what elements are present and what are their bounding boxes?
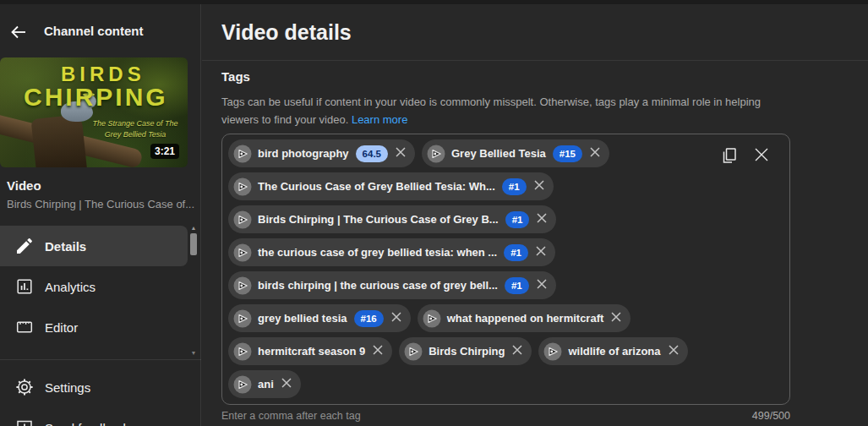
sidebar-header: Channel content	[0, 19, 201, 46]
editor-icon	[14, 317, 35, 337]
video-section-label: Video	[7, 178, 41, 193]
vidiq-rank-icon	[233, 342, 252, 361]
char-counter: 499/500	[752, 410, 790, 422]
remove-tag-button[interactable]	[535, 213, 549, 227]
learn-more-link[interactable]: Learn more	[352, 113, 407, 126]
tag-chip: Birds Chirping | The Curious Case of Gre…	[228, 205, 556, 233]
sidebar-item-label: Settings	[45, 380, 90, 395]
close-icon	[610, 311, 622, 325]
thumbnail-title-line2: CHIRPING	[24, 83, 168, 112]
close-icon	[536, 212, 548, 227]
tags-description: Tags can be useful if content in your vi…	[221, 93, 786, 128]
sidebar-item-analytics[interactable]: Analytics	[0, 266, 188, 307]
remove-tag-button[interactable]	[532, 180, 546, 194]
tag-rank-badge: #1	[505, 211, 530, 228]
video-thumbnail[interactable]: BIRDS CHIRPING The Strange Case of The G…	[0, 57, 188, 167]
remove-tag-button[interactable]	[390, 312, 403, 325]
main-panel: Video details Tags Tags can be useful if…	[202, 0, 868, 426]
tag-chip: The Curious Case of Grey Bellied Tesia: …	[228, 172, 554, 200]
close-icon	[511, 344, 523, 358]
scroll-up-arrow-icon[interactable]: ▲	[188, 225, 199, 231]
tag-chip: bird photography64.5	[228, 139, 415, 167]
copy-icon	[720, 155, 739, 167]
tag-row: grey bellied tesia#16what happened on he…	[228, 304, 783, 332]
thumbnail-stump-art	[31, 114, 88, 167]
close-icon	[390, 311, 402, 325]
vidiq-rank-icon	[233, 145, 252, 163]
close-icon	[753, 153, 770, 166]
tag-row: ani	[228, 370, 783, 398]
tag-rank-badge: #1	[505, 277, 529, 294]
video-duration-badge: 3:21	[150, 144, 179, 159]
remove-tag-button[interactable]	[667, 345, 680, 358]
tag-rows: bird photography64.5Grey Bellied Tesia#1…	[228, 139, 783, 398]
tag-chip: what happened on hermitcraft	[418, 304, 631, 332]
sidebar-item-editor[interactable]: Editor	[0, 307, 188, 347]
vidiq-rank-icon	[427, 145, 445, 163]
remove-tag-button[interactable]	[609, 312, 623, 325]
tag-label: the curious case of grey bellied tesia: …	[258, 246, 497, 259]
tag-label: grey bellied tesia	[258, 312, 347, 325]
analytics-icon	[14, 276, 35, 297]
vidiq-rank-icon	[233, 210, 252, 229]
tag-chip: ani	[228, 370, 301, 398]
remove-tag-button[interactable]	[535, 279, 549, 292]
remove-tag-button[interactable]	[510, 345, 524, 358]
pencil-icon	[14, 236, 35, 256]
tag-row: bird photography64.5Grey Bellied Tesia#1…	[228, 139, 783, 167]
tags-section-heading: Tags	[221, 69, 250, 84]
sidebar-item-send-feedback[interactable]: Send feedback	[0, 407, 188, 426]
sidebar-divider	[0, 359, 201, 360]
tag-row: The Curious Case of Grey Bellied Tesia: …	[228, 172, 783, 200]
close-icon	[281, 377, 292, 391]
header-divider	[202, 60, 868, 61]
vidiq-rank-icon	[233, 276, 252, 295]
remove-tag-button[interactable]	[534, 246, 548, 259]
gear-icon	[14, 377, 35, 397]
vidiq-rank-icon	[543, 342, 562, 361]
sidebar-item-settings[interactable]: Settings	[0, 367, 188, 407]
sidebar-menu: Details Analytics Editor	[0, 226, 201, 347]
sidebar-item-label: Details	[45, 239, 86, 254]
tag-rank-badge: #15	[553, 145, 582, 162]
tag-chip: Birds Chirping	[399, 337, 532, 365]
back-button[interactable]	[7, 20, 30, 44]
tag-rank-badge: 64.5	[356, 145, 388, 162]
tags-description-text: Tags can be useful if content in your vi…	[221, 96, 761, 126]
sidebar-menu-secondary: Settings Send feedback	[0, 367, 201, 426]
tag-row: Birds Chirping | The Curious Case of Gre…	[228, 205, 783, 233]
tag-chip: hermitcraft season 9	[228, 337, 392, 365]
tag-label: what happened on hermitcraft	[447, 312, 604, 325]
tags-input-box[interactable]: bird photography64.5Grey Bellied Tesia#1…	[221, 134, 790, 405]
sidebar-item-label: Editor	[45, 320, 78, 335]
tag-label: Birds Chirping | The Curious Case of Gre…	[258, 213, 499, 226]
scroll-down-arrow-icon[interactable]: ▼	[188, 350, 199, 356]
close-icon	[668, 344, 680, 358]
tag-rank-badge: #1	[504, 244, 528, 261]
window-top-edge	[0, 0, 868, 4]
sidebar-item-details[interactable]: Details	[0, 226, 188, 266]
remove-tag-button[interactable]	[280, 378, 293, 391]
copy-tags-button[interactable]	[720, 146, 739, 165]
tag-label: ani	[258, 378, 274, 390]
remove-tag-button[interactable]	[588, 147, 602, 161]
sidebar-scrollbar-thumb[interactable]	[190, 233, 197, 255]
tag-chip: grey bellied tesia#16	[228, 304, 411, 332]
close-icon	[535, 245, 547, 259]
clear-tags-button[interactable]	[752, 146, 771, 165]
feedback-icon	[14, 418, 35, 426]
sidebar: Channel content BIRDS CHIRPING The Stran…	[0, 0, 201, 426]
tag-label: hermitcraft season 9	[258, 345, 365, 358]
tag-label: birds chirping | the curious case of gre…	[258, 279, 498, 292]
tag-chip: the curious case of grey bellied tesia: …	[228, 238, 555, 266]
close-icon	[372, 344, 384, 358]
tag-row: the curious case of grey bellied tesia: …	[228, 238, 783, 266]
tag-chip: Grey Bellied Tesia#15	[422, 139, 609, 167]
vidiq-rank-icon	[233, 309, 252, 328]
remove-tag-button[interactable]	[394, 147, 407, 161]
close-icon	[533, 179, 545, 194]
tag-rank-badge: #16	[354, 310, 384, 327]
tags-footer: Enter a comma after each tag 499/500	[221, 410, 790, 422]
remove-tag-button[interactable]	[371, 345, 385, 358]
sidebar-title: Channel content	[44, 24, 144, 38]
